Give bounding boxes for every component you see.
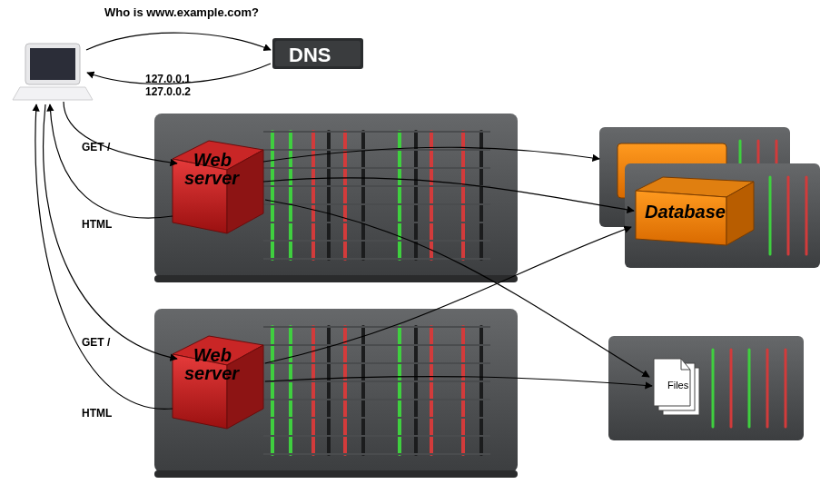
database-label: Database: [645, 202, 726, 222]
diagram-canvas: [0, 0, 840, 504]
web-cube-1-line2: server: [184, 168, 239, 189]
svg-rect-57: [618, 143, 726, 198]
arrow-web2-files: [265, 377, 652, 386]
dns-box-label: DNS: [289, 44, 331, 67]
svg-rect-71: [663, 368, 699, 415]
arrow-web2-db: [265, 227, 631, 363]
html-label-1: HTML: [82, 218, 112, 231]
svg-marker-64: [726, 182, 754, 245]
get-label-1: GET /: [82, 141, 110, 153]
dns-answer-2: 127.0.0.2: [145, 85, 191, 98]
svg-rect-6: [154, 275, 518, 282]
web-server-rack-2: [154, 309, 518, 478]
files-rack: [608, 336, 804, 440]
svg-marker-62: [636, 177, 754, 197]
svg-rect-1: [30, 48, 75, 80]
svg-rect-0: [25, 44, 80, 84]
laptop-icon: [13, 44, 93, 100]
arrow-web1-files: [265, 200, 649, 377]
svg-rect-5: [154, 114, 518, 277]
web-cube-2-line2: server: [184, 363, 239, 384]
dns-query-label: Who is www.example.com?: [104, 5, 259, 19]
svg-rect-65: [608, 336, 804, 440]
svg-marker-2: [13, 87, 93, 100]
web-server-rack-1: [154, 114, 518, 282]
dns-answer-1: 127.0.0.1: [145, 73, 191, 85]
arrow-html-1: [50, 104, 173, 218]
svg-marker-52: [227, 345, 263, 429]
svg-rect-30: [154, 470, 518, 478]
svg-rect-29: [154, 309, 518, 472]
arrow-get-1: [64, 102, 177, 163]
svg-marker-28: [227, 150, 263, 233]
arrow-web1-db1: [263, 147, 599, 162]
arrow-web1-db2: [263, 178, 634, 211]
files-label: Files: [667, 380, 688, 390]
arrow-dns-query: [86, 33, 271, 50]
html-label-2: HTML: [82, 407, 112, 420]
get-label-2: GET /: [82, 336, 110, 349]
